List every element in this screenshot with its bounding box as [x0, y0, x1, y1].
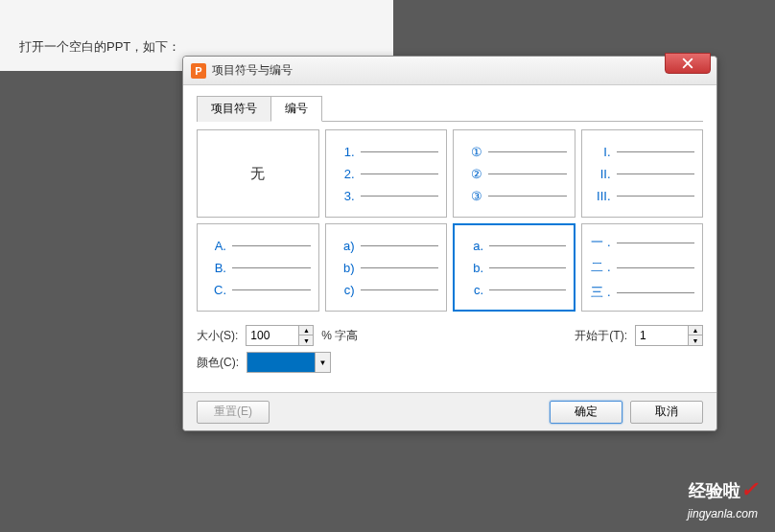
check-icon: ✓: [740, 477, 758, 501]
color-label: 颜色(C):: [197, 355, 239, 371]
num-label: B.: [205, 261, 226, 275]
cell-lower-alpha-paren[interactable]: a) b) c): [325, 223, 448, 312]
num-label: ②: [461, 167, 482, 181]
color-swatch: [247, 353, 315, 372]
cancel-button[interactable]: 取消: [630, 401, 703, 424]
num-label: II.: [590, 167, 611, 181]
app-icon: P: [191, 63, 206, 79]
num-label: 三 .: [590, 284, 611, 301]
startat-input[interactable]: [636, 326, 688, 345]
size-down-icon[interactable]: ▼: [299, 335, 313, 345]
num-label: ③: [461, 189, 482, 203]
cell-arabic-dot[interactable]: 1. 2. 3.: [325, 129, 448, 218]
tab-bullets[interactable]: 项目符号: [197, 96, 271, 122]
num-label: 二 .: [590, 259, 611, 276]
num-label: I.: [590, 145, 611, 159]
size-label: 大小(S):: [197, 328, 238, 344]
startat-spinner[interactable]: ▲ ▼: [635, 325, 703, 346]
num-label: ①: [461, 145, 482, 159]
watermark: 经验啦✓ jingyanla.com: [688, 477, 758, 522]
cell-circled[interactable]: ① ② ③: [453, 129, 575, 218]
num-label: A.: [205, 239, 226, 253]
num-label: 一 .: [590, 234, 611, 251]
bullet-numbering-dialog: P 项目符号与编号 项目符号 编号 无 1. 2. 3. ① ② ③: [182, 56, 717, 431]
dialog-footer: 重置(E) 确定 取消: [183, 392, 716, 430]
size-up-icon[interactable]: ▲: [299, 326, 313, 335]
watermark-main: 经验啦: [689, 481, 740, 500]
num-label: 2.: [334, 167, 355, 181]
size-spinner[interactable]: ▲ ▼: [246, 325, 314, 346]
num-label: C.: [205, 283, 226, 297]
reset-button: 重置(E): [197, 401, 270, 424]
page-instruction-text: 打开一个空白的PPT，如下：: [19, 38, 180, 56]
cell-upper-alpha[interactable]: A. B. C.: [197, 223, 319, 312]
tab-numbering[interactable]: 编号: [270, 96, 322, 122]
num-label: b): [334, 261, 355, 275]
dialog-title: 项目符号与编号: [212, 62, 293, 79]
num-label: 3.: [334, 189, 355, 203]
watermark-sub: jingyanla.com: [688, 507, 758, 520]
chevron-down-icon: ▼: [315, 353, 330, 372]
ok-button[interactable]: 确定: [550, 401, 622, 424]
size-input[interactable]: [247, 326, 298, 345]
startat-down-icon[interactable]: ▼: [689, 335, 702, 345]
num-label: 1.: [334, 145, 355, 159]
num-label: b.: [462, 261, 483, 275]
num-label: a): [334, 239, 355, 253]
num-label: c): [334, 283, 355, 297]
startat-up-icon[interactable]: ▲: [689, 326, 702, 335]
num-label: a.: [462, 239, 483, 253]
cell-lower-alpha-dot[interactable]: a. b. c.: [453, 223, 575, 312]
cell-none-label: 无: [250, 165, 265, 183]
color-picker[interactable]: ▼: [247, 352, 331, 373]
cell-roman[interactable]: I. II. III.: [581, 129, 704, 218]
close-icon: [682, 58, 693, 69]
close-button[interactable]: [665, 53, 711, 74]
num-label: c.: [462, 283, 483, 297]
cell-none[interactable]: 无: [197, 129, 319, 218]
size-unit: % 字高: [321, 328, 358, 344]
numbering-grid: 无 1. 2. 3. ① ② ③ I. II. III. A. B. C.: [197, 129, 703, 312]
dialog-titlebar: P 项目符号与编号: [183, 57, 716, 85]
cell-chinese[interactable]: 一 . 二 . 三 .: [581, 223, 704, 312]
tab-strip: 项目符号 编号: [197, 95, 703, 122]
startat-label: 开始于(T):: [575, 328, 627, 344]
num-label: III.: [590, 189, 611, 203]
